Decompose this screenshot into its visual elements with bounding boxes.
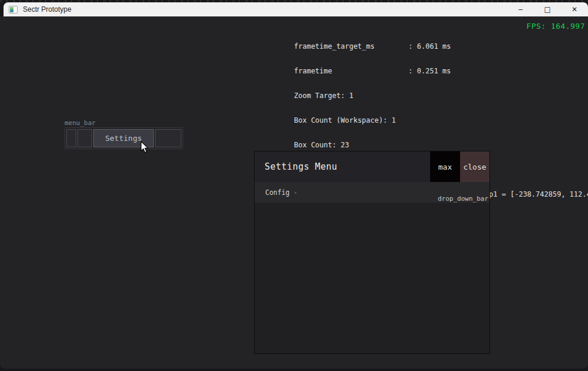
config-label: Config [265,188,290,197]
minimize-icon: ─ [519,6,523,14]
menu-bar-label: menu_bar [65,119,96,127]
window-controls: ─ □ ✕ [507,2,588,16]
debug-line-frametime-target: frametime_target_ms : 6.061 ms [294,42,588,50]
config-drop-down-bar[interactable]: Config drop_down_bar [255,182,489,203]
debug-line-box-count: Box Count: 23 [294,141,588,149]
maximize-icon: □ [544,5,550,14]
menu-bar-slot-2[interactable] [77,129,92,147]
settings-menu-panel: Settings Menu max close Config drop_down… [254,151,490,354]
app-icon [9,6,18,14]
panel-close-button[interactable]: close [460,151,489,182]
menu-bar-slot-3[interactable] [155,129,181,147]
drop-down-bar-label: drop_down_bar [438,195,488,203]
menu-bar: Settings [65,127,183,149]
panel-max-button[interactable]: max [430,151,460,182]
minimize-button[interactable]: ─ [507,2,534,16]
settings-menu-titlebar[interactable]: Settings Menu max close [255,151,489,182]
settings-menu-body [255,203,489,353]
window-title: Sectr Prototype [23,5,507,14]
debug-line-box-count-workspace: Box Count (Workspace): 1 [294,116,588,124]
desktop: Sectr Prototype ─ □ ✕ FPS: 164.997 frame… [0,0,588,371]
menu-bar-slot-1[interactable] [66,129,76,147]
maximize-button[interactable]: □ [534,2,561,16]
debug-line-zoom-target: Zoom Target: 1 [294,92,588,100]
close-icon: ✕ [572,5,577,14]
config-dot [295,192,296,194]
window-titlebar[interactable]: Sectr Prototype ─ □ ✕ [4,2,588,16]
app-canvas: FPS: 164.997 frametime_target_ms : 6.061… [0,16,588,369]
close-button[interactable]: ✕ [561,2,588,16]
debug-line-frametime: frametime : 0.251 ms [294,67,588,75]
settings-menu-title: Settings Menu [265,161,337,172]
mouse-cursor [140,141,150,154]
